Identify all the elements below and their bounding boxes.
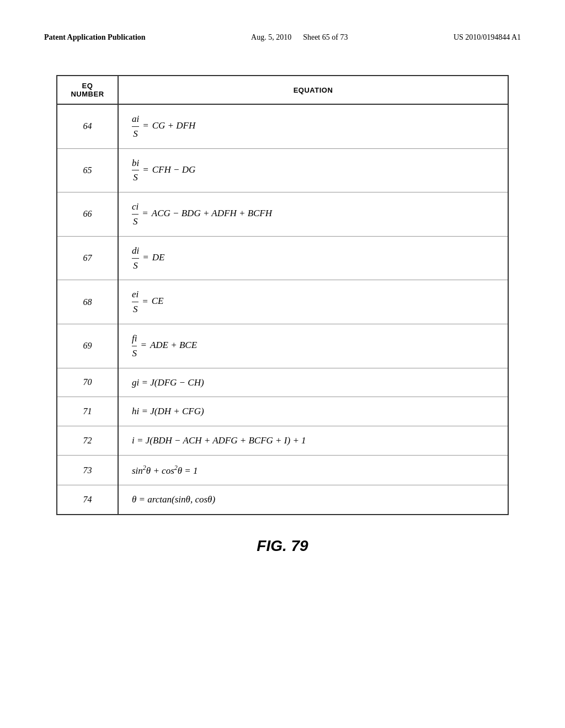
- eq-number-cell: 72: [57, 426, 118, 456]
- date-label: Aug. 5, 2010 Sheet 65 of 73: [251, 33, 348, 42]
- publication-label: Patent Application Publication: [44, 33, 146, 42]
- eq-number-cell: 70: [57, 368, 118, 397]
- equation-cell: i = J(BDH − ACH + ADFG + BCFG + I) + 1: [118, 426, 508, 456]
- equation-cell: hi = J(DH + CFG): [118, 397, 508, 426]
- table-row: 68eiS=CE: [57, 280, 508, 324]
- table-row: 74θ = arctan(sinθ, cosθ): [57, 485, 508, 514]
- figure-caption: FIG. 79: [44, 537, 521, 555]
- equation-cell: eiS=CE: [118, 280, 508, 324]
- table-row: 67diS=DE: [57, 236, 508, 280]
- equation-cell: biS=CFH − DG: [118, 148, 508, 192]
- eq-number-cell: 74: [57, 485, 118, 514]
- page: Patent Application Publication Aug. 5, 2…: [0, 0, 565, 728]
- table-row: 66ciS=ACG − BDG + ADFH + BCFH: [57, 192, 508, 237]
- table-header-row: EQNUMBER EQUATION: [57, 76, 508, 104]
- equation-table-container: EQNUMBER EQUATION 64aiS=CG + DFH65biS=CF…: [56, 75, 509, 515]
- eq-number-cell: 68: [57, 280, 118, 324]
- col-equation-header: EQUATION: [118, 76, 508, 104]
- eq-number-cell: 71: [57, 397, 118, 426]
- eq-number-cell: 73: [57, 455, 118, 485]
- equation-cell: aiS=CG + DFH: [118, 104, 508, 148]
- table-row: 70gi = J(DFG − CH): [57, 368, 508, 397]
- equation-cell: ciS=ACG − BDG + ADFH + BCFH: [118, 192, 508, 237]
- eq-number-cell: 69: [57, 324, 118, 368]
- equation-cell: diS=DE: [118, 236, 508, 280]
- table-row: 64aiS=CG + DFH: [57, 104, 508, 148]
- table-row: 72i = J(BDH − ACH + ADFG + BCFG + I) + 1: [57, 426, 508, 456]
- table-row: 69fiS=ADE + BCE: [57, 324, 508, 368]
- patent-number: US 2010/0194844 A1: [454, 33, 521, 42]
- table-row: 65biS=CFH − DG: [57, 148, 508, 192]
- page-header: Patent Application Publication Aug. 5, 2…: [44, 33, 521, 42]
- table-row: 71hi = J(DH + CFG): [57, 397, 508, 426]
- equation-cell: sin2θ + cos2θ = 1: [118, 455, 508, 485]
- table-row: 73sin2θ + cos2θ = 1: [57, 455, 508, 485]
- equation-cell: θ = arctan(sinθ, cosθ): [118, 485, 508, 514]
- eq-number-cell: 67: [57, 236, 118, 280]
- equation-cell: gi = J(DFG − CH): [118, 368, 508, 397]
- sheet-label: Sheet 65 of 73: [303, 33, 348, 41]
- eq-number-cell: 66: [57, 192, 118, 237]
- eq-number-cell: 65: [57, 148, 118, 192]
- date-text: Aug. 5, 2010: [251, 33, 291, 41]
- col-eq-number-header: EQNUMBER: [57, 76, 118, 104]
- equation-cell: fiS=ADE + BCE: [118, 324, 508, 368]
- eq-number-cell: 64: [57, 104, 118, 148]
- equation-table: EQNUMBER EQUATION 64aiS=CG + DFH65biS=CF…: [57, 76, 508, 514]
